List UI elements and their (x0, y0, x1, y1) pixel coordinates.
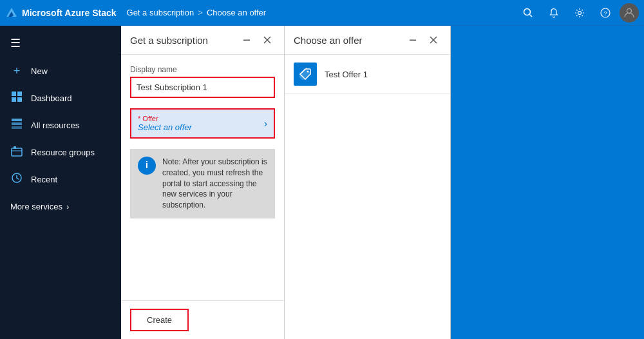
avatar-icon (623, 7, 635, 19)
recent-icon (10, 172, 23, 186)
panel-right-close-button[interactable] (426, 32, 441, 48)
dashboard-icon (10, 91, 23, 105)
panel-right-minimize-button[interactable] (405, 32, 421, 48)
help-icon: ? (600, 8, 611, 18)
sidebar-item-recent[interactable]: Recent (0, 166, 121, 193)
settings-icon-button[interactable] (568, 1, 591, 24)
sidebar-item-all-resources[interactable]: All resources (0, 111, 121, 139)
panel-right-header: Choose an offer (285, 26, 450, 55)
choose-offer-panel: Choose an offer (285, 26, 451, 339)
panel-left-header-icons (239, 32, 275, 48)
close-icon (263, 36, 271, 44)
svg-rect-9 (17, 92, 22, 96)
sidebar-item-new-label: New (31, 66, 48, 76)
bell-icon-button[interactable] (542, 1, 565, 24)
close-icon (430, 36, 437, 44)
offer-name-1: Test Offer 1 (325, 70, 368, 79)
breadcrumb-step1[interactable]: Get a subscription (127, 8, 194, 17)
offer-item-1[interactable]: Test Offer 1 (285, 55, 450, 94)
svg-text:?: ? (604, 10, 607, 17)
svg-point-4 (578, 11, 582, 14)
breadcrumb-step2: Choose an offer (207, 8, 266, 17)
brand-text: Microsoft Azure Stack (22, 8, 117, 18)
sidebar: ☰ + New Dashboard (0, 26, 121, 339)
info-icon: i (138, 157, 156, 175)
svg-rect-11 (17, 97, 22, 102)
breadcrumb: Get a subscription > Choose an offer (127, 8, 516, 17)
sidebar-item-new[interactable]: + New (0, 58, 121, 84)
svg-rect-16 (14, 146, 16, 149)
display-name-input[interactable] (131, 79, 274, 95)
main-layout: ☰ + New Dashboard (0, 26, 644, 339)
panel-left-footer: Create (121, 300, 284, 339)
svg-point-24 (307, 71, 309, 73)
minimize-icon (409, 36, 417, 44)
help-icon-button[interactable]: ? (594, 1, 617, 24)
brand: Microsoft Azure Stack (5, 6, 117, 19)
offer-selector[interactable]: Offer Select an offer › (130, 108, 275, 139)
offer-chevron-icon: › (264, 118, 267, 130)
sidebar-item-recent-label: Recent (31, 175, 57, 184)
panel-right-content: Test Offer 1 (285, 55, 450, 339)
azure-logo-icon (5, 6, 18, 19)
blue-background-panel (451, 26, 644, 339)
offer-placeholder: Select an offer (138, 122, 192, 132)
svg-rect-18 (243, 40, 250, 41)
more-services-chevron: › (66, 202, 69, 211)
offer-tag-icon (294, 63, 317, 86)
sidebar-item-all-resources-label: All resources (31, 121, 79, 130)
sidebar-item-resource-groups-label: Resource groups (31, 148, 95, 157)
minimize-icon (243, 36, 251, 44)
svg-line-3 (530, 14, 533, 17)
top-bar-icons: ? (516, 1, 639, 24)
bell-icon (549, 8, 559, 18)
panel-left-minimize-button[interactable] (239, 32, 254, 48)
sidebar-item-dashboard[interactable]: Dashboard (0, 84, 121, 111)
top-bar: Microsoft Azure Stack Get a subscription… (0, 0, 644, 26)
panel-left-content: Display name Offer Select an offer › i (121, 55, 284, 300)
svg-rect-14 (12, 126, 22, 129)
svg-rect-10 (12, 97, 16, 102)
avatar[interactable] (620, 3, 639, 23)
sidebar-item-dashboard-label: Dashboard (31, 93, 72, 103)
svg-rect-12 (12, 119, 22, 121)
resource-groups-icon (10, 145, 23, 159)
display-name-field-group: Display name (130, 65, 275, 98)
panel-left-title: Get a subscription (130, 35, 208, 46)
panel-right-header-icons (405, 32, 441, 48)
sidebar-item-resource-groups[interactable]: Resource groups (0, 139, 121, 166)
svg-point-2 (524, 8, 531, 15)
search-icon-button[interactable] (516, 1, 540, 24)
create-button[interactable]: Create (130, 309, 189, 331)
svg-rect-8 (12, 92, 16, 96)
panel-right-title: Choose an offer (294, 35, 362, 46)
more-services-label: More services (10, 202, 62, 211)
svg-rect-13 (12, 122, 22, 125)
display-name-input-wrapper (130, 77, 275, 98)
offer-label: Offer (138, 115, 192, 122)
display-name-label: Display name (130, 65, 275, 74)
more-services-button[interactable]: More services › (0, 195, 121, 218)
get-subscription-panel: Get a subscription (121, 26, 285, 339)
tag-icon (298, 67, 312, 81)
new-icon: + (10, 64, 23, 78)
info-text: Note: After your subscription is created… (162, 157, 267, 211)
all-resources-icon (10, 118, 23, 132)
content-area: Get a subscription (121, 26, 644, 339)
offer-label-group: Offer Select an offer (138, 115, 192, 132)
panel-left-header: Get a subscription (121, 26, 284, 55)
info-box: i Note: After your subscription is creat… (130, 149, 275, 218)
panel-left-close-button[interactable] (260, 32, 275, 48)
settings-icon (574, 8, 585, 18)
hamburger-menu[interactable]: ☰ (0, 31, 121, 58)
search-icon (523, 8, 533, 18)
breadcrumb-separator: > (198, 8, 203, 17)
azure-logo (5, 6, 18, 19)
svg-rect-21 (410, 40, 416, 41)
svg-rect-15 (12, 148, 22, 156)
